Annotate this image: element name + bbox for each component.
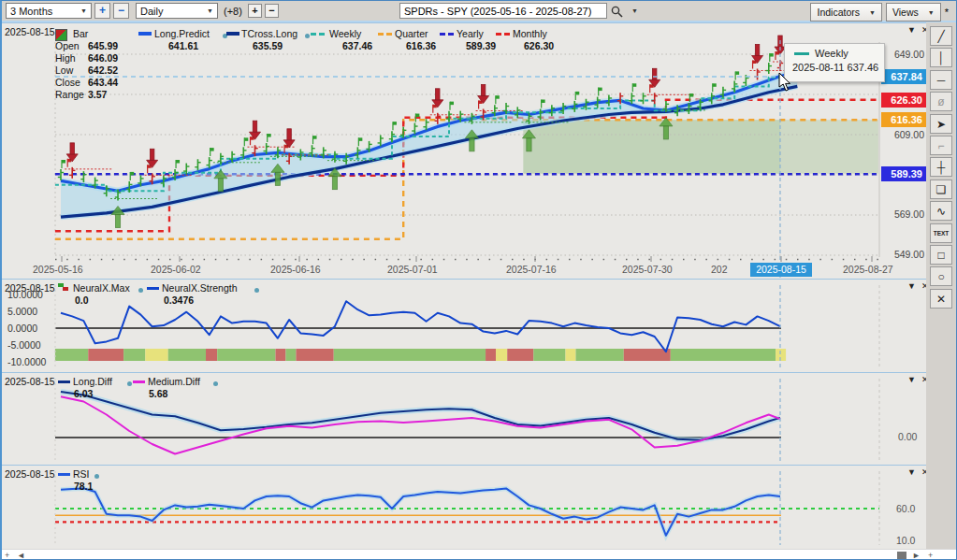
ohlc-value: 645.99: [88, 40, 118, 51]
series-legend-label[interactable]: Monthly: [513, 28, 547, 39]
rsi-panel: 2025-08-15 RSI78.1▼✕60.010.0: [2, 465, 929, 549]
callout-tool-icon[interactable]: ❏: [930, 179, 952, 199]
trendline-tool-icon[interactable]: ╱: [930, 26, 952, 46]
date-tick-label: 2025-07-01: [387, 264, 438, 275]
bar-offset-plus-button[interactable]: +: [248, 4, 262, 18]
wave-tool-icon[interactable]: ∿: [930, 201, 952, 221]
series-legend-value: 635.59: [253, 40, 283, 51]
vertical-line-tool-icon[interactable]: │: [930, 48, 952, 67]
crosshair-tooltip: Weekly 2025-08-11 637.46: [784, 43, 885, 82]
cursor-date-label: 2025-08-15: [5, 26, 55, 37]
cursor-date-label: 2025-08-15: [5, 376, 55, 387]
symbol-search-group: ▼: [399, 3, 638, 19]
zero-line-label: 0.00: [898, 431, 917, 442]
panel-collapse-button[interactable]: ▼: [907, 25, 916, 35]
series-legend-label[interactable]: NeuralX.Strength: [162, 282, 238, 294]
period-select-value: Daily: [140, 6, 163, 17]
bars-swatch: [63, 287, 68, 291]
series-dash-swatch: [440, 33, 445, 36]
date-tick-label: 2025-05-16: [33, 264, 83, 275]
ray-tool-icon[interactable]: ø: [930, 92, 952, 111]
scrollbar-thumb[interactable]: [897, 552, 906, 560]
series-settings-dot[interactable]: [138, 288, 143, 293]
series-legend-value: 641.61: [168, 40, 198, 51]
date-tick-label: 2025-06-16: [270, 264, 321, 275]
ohlc-label: High: [55, 52, 76, 64]
period-select[interactable]: Daily ▼: [136, 3, 218, 19]
series-legend-label[interactable]: Quarter: [395, 28, 428, 39]
elbow-tool-icon[interactable]: ⌐: [930, 136, 952, 155]
text-tool-icon[interactable]: TEXT: [930, 223, 952, 243]
series-legend-label[interactable]: RSI: [73, 468, 90, 480]
search-icon[interactable]: [611, 5, 623, 17]
tooltip-series-name: Weekly: [815, 48, 848, 59]
view-buttons-group: Indicators ▼ Views ▼ *: [810, 3, 949, 22]
series-legend-label[interactable]: Medium.Diff: [148, 376, 200, 387]
diff-canvas[interactable]: [2, 373, 929, 465]
range-zoom-out-button[interactable]: −: [113, 3, 129, 19]
tooltip-date: 2025-08-11: [792, 62, 844, 73]
panel-collapse-button[interactable]: ▼: [907, 375, 916, 384]
series-dash-swatch: [311, 33, 316, 36]
modified-indicator: *: [945, 7, 949, 18]
series-line-swatch: [58, 473, 70, 476]
neuralx-canvas[interactable]: [2, 280, 929, 372]
price-badge: 589.39: [881, 166, 927, 181]
series-legend-value: 589.39: [466, 40, 496, 51]
series-legend-label[interactable]: TCross.Long: [241, 28, 297, 39]
range-zoom-in-button[interactable]: +: [94, 3, 110, 19]
series-settings-dot[interactable]: [305, 34, 310, 38]
series-dash-swatch: [386, 33, 392, 36]
series-legend-value: 616.36: [406, 40, 436, 51]
ellipse-tool-icon[interactable]: ○: [930, 266, 952, 286]
series-line-swatch: [147, 287, 159, 290]
bar-series-label[interactable]: Bar: [73, 28, 88, 39]
rsi-canvas[interactable]: [2, 466, 929, 549]
range-select-value: 3 Months: [10, 6, 52, 17]
rectangle-tool-icon[interactable]: □: [930, 245, 952, 265]
close-tool-icon[interactable]: ✕: [930, 289, 952, 309]
bar-offset-minus-button[interactable]: −: [265, 4, 279, 18]
ohlc-value: 642.52: [88, 65, 118, 76]
price-tick-label: 569.00: [877, 208, 924, 220]
scroll-right-arrow[interactable]: ►: [912, 550, 921, 560]
ohlc-label: Range: [55, 89, 84, 100]
pointer-tool-icon[interactable]: ➤: [930, 114, 952, 134]
series-dash-swatch: [319, 33, 325, 36]
series-legend-label[interactable]: Long.Diff: [73, 376, 112, 387]
series-settings-dot[interactable]: [94, 474, 99, 479]
ohlc-value: 643.44: [88, 77, 118, 88]
scroll-add-right-button[interactable]: +: [928, 550, 933, 560]
chevron-down-icon: ▼: [207, 7, 213, 14]
price-tick-label: 549.00: [877, 249, 924, 260]
price-chart-panel: 2025-08-15 BarOpen645.99High646.09Low642…: [2, 22, 929, 279]
scroll-left-arrow[interactable]: ◄: [17, 550, 25, 560]
scroll-add-left-button[interactable]: +: [5, 550, 9, 560]
horizontal-line-tool-icon[interactable]: ─: [930, 70, 952, 90]
range-select[interactable]: 3 Months ▼: [6, 3, 92, 19]
date-tick-label: 202: [711, 264, 728, 275]
ohlc-label: Close: [55, 77, 80, 88]
search-dropdown-icon[interactable]: ▼: [631, 7, 638, 14]
series-dash-swatch: [378, 33, 384, 36]
series-legend-value: 78.1: [74, 481, 93, 492]
panel-collapse-button[interactable]: ▼: [907, 467, 916, 477]
chevron-down-icon: ▼: [869, 9, 876, 16]
series-legend-label[interactable]: Yearly: [457, 28, 484, 39]
series-settings-dot[interactable]: [213, 381, 218, 386]
panel-collapse-button[interactable]: ▼: [907, 281, 916, 291]
date-tick-label: 2025-07-16: [506, 264, 557, 275]
indicators-button[interactable]: Indicators ▼: [810, 3, 881, 22]
views-button[interactable]: Views ▼: [886, 3, 941, 22]
bar-offset-label: (+8): [224, 6, 242, 17]
horizontal-scrollbar[interactable]: + ◄ ► +: [2, 549, 957, 560]
cursor-date-label: 2025-08-15: [5, 468, 55, 480]
symbol-input[interactable]: [399, 3, 607, 19]
series-legend-label[interactable]: Long.Predict: [154, 28, 210, 39]
drawing-toolbar: ╱│─ø➤⌐┼❏∿TEXT□○✕: [926, 22, 956, 560]
crosshair-tool-icon[interactable]: ┼: [930, 157, 952, 177]
indicators-button-label: Indicators: [817, 7, 860, 18]
series-legend-label[interactable]: NeuralX.Max: [73, 282, 130, 294]
series-legend-label[interactable]: Weekly: [329, 28, 361, 39]
series-legend-value: 6.03: [74, 388, 93, 399]
